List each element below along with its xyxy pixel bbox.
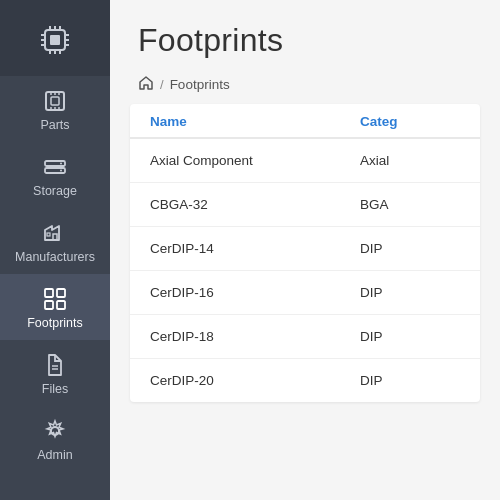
sidebar-item-parts[interactable]: Parts — [0, 76, 110, 142]
cell-name: Axial Component — [150, 153, 360, 168]
table-row[interactable]: CerDIP-18 DIP — [130, 315, 480, 359]
svg-rect-15 — [51, 97, 59, 105]
page-header: Footprints — [110, 0, 500, 69]
breadcrumb: / Footprints — [110, 69, 500, 104]
sidebar: Parts Storage Manufacturers Footprints — [0, 0, 110, 500]
cell-name: CBGA-32 — [150, 197, 360, 212]
svg-rect-30 — [45, 301, 53, 309]
storage-icon — [42, 154, 68, 180]
breadcrumb-current: Footprints — [170, 77, 230, 92]
sidebar-item-storage-label: Storage — [33, 184, 77, 198]
cell-name: CerDIP-14 — [150, 241, 360, 256]
svg-rect-28 — [45, 289, 53, 297]
footprints-icon — [42, 286, 68, 312]
column-header-name: Name — [150, 114, 360, 129]
cell-name: CerDIP-16 — [150, 285, 360, 300]
svg-rect-1 — [50, 35, 60, 45]
sidebar-item-admin-label: Admin — [37, 448, 72, 462]
breadcrumb-separator: / — [160, 77, 164, 92]
svg-rect-31 — [57, 301, 65, 309]
table-row[interactable]: CerDIP-16 DIP — [130, 271, 480, 315]
cell-category: DIP — [360, 373, 460, 388]
cell-category: DIP — [360, 285, 460, 300]
cell-category: Axial — [360, 153, 460, 168]
cell-category: DIP — [360, 241, 460, 256]
cell-name: CerDIP-20 — [150, 373, 360, 388]
svg-rect-27 — [47, 233, 50, 236]
sidebar-item-files[interactable]: Files — [0, 340, 110, 406]
manufacturers-icon — [42, 220, 68, 246]
svg-rect-29 — [57, 289, 65, 297]
footprints-table: Name Categ Axial Component Axial CBGA-32… — [130, 104, 480, 402]
cell-category: BGA — [360, 197, 460, 212]
column-header-category: Categ — [360, 114, 460, 129]
table-header: Name Categ — [130, 104, 480, 139]
sidebar-logo — [0, 0, 110, 76]
main-content: Footprints / Footprints Name Categ Axial… — [110, 0, 500, 500]
cell-name: CerDIP-18 — [150, 329, 360, 344]
sidebar-item-storage[interactable]: Storage — [0, 142, 110, 208]
app-logo-icon — [33, 18, 77, 62]
table-row[interactable]: Axial Component Axial — [130, 139, 480, 183]
sidebar-item-files-label: Files — [42, 382, 68, 396]
sidebar-item-manufacturers[interactable]: Manufacturers — [0, 208, 110, 274]
admin-icon — [42, 418, 68, 444]
sidebar-item-parts-label: Parts — [40, 118, 69, 132]
sidebar-item-footprints-label: Footprints — [27, 316, 83, 330]
cell-category: DIP — [360, 329, 460, 344]
table-body: Axial Component Axial CBGA-32 BGA CerDIP… — [130, 139, 480, 402]
breadcrumb-home-icon[interactable] — [138, 75, 154, 94]
sidebar-item-manufacturers-label: Manufacturers — [15, 250, 95, 264]
svg-point-25 — [60, 170, 62, 172]
table-row[interactable]: CerDIP-20 DIP — [130, 359, 480, 402]
table-row[interactable]: CBGA-32 BGA — [130, 183, 480, 227]
svg-point-24 — [60, 163, 62, 165]
sidebar-item-admin[interactable]: Admin — [0, 406, 110, 472]
files-icon — [42, 352, 68, 378]
sidebar-item-footprints[interactable]: Footprints — [0, 274, 110, 340]
parts-icon — [42, 88, 68, 114]
table-row[interactable]: CerDIP-14 DIP — [130, 227, 480, 271]
page-title: Footprints — [138, 22, 472, 59]
